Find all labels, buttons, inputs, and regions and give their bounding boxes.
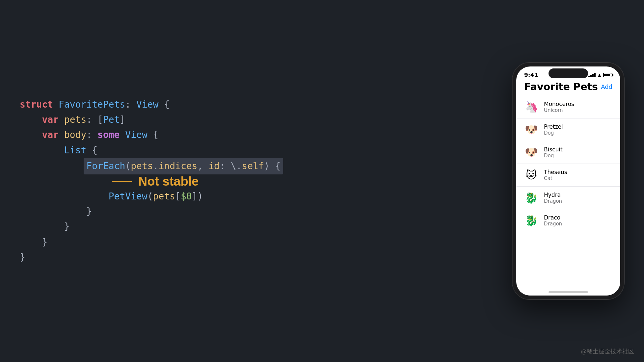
status-time: 9:41 <box>524 72 538 78</box>
pet-type: Dog <box>544 130 563 136</box>
pet-info: Monoceros Unicorn <box>544 101 574 113</box>
list-item[interactable]: 🐉 Draco Dragon <box>516 209 620 232</box>
pet-name: Draco <box>544 214 562 221</box>
pet-info: Hydra Dragon <box>544 192 562 204</box>
list-item[interactable]: 🐉 Hydra Dragon <box>516 187 620 209</box>
phone-notch <box>549 68 588 78</box>
phone-screen: 9:41 ▲ Favorite Pets Add <box>516 66 620 296</box>
pet-type: Unicorn <box>544 107 574 113</box>
pet-name: Theseus <box>544 169 567 175</box>
pet-emoji: 🐶 <box>524 122 539 137</box>
nav-title: Favorite Pets <box>524 81 598 92</box>
pet-emoji: 🦄 <box>524 100 539 114</box>
code-block: struct FavoritePets: View { var pets: [P… <box>20 97 486 174</box>
pet-type: Dragon <box>544 198 562 204</box>
add-button[interactable]: Add <box>601 83 612 90</box>
home-bar <box>549 291 588 293</box>
phone-area: 9:41 ▲ Favorite Pets Add <box>506 0 644 362</box>
not-stable-label: Not stable <box>138 174 199 189</box>
arrow-line <box>112 181 132 182</box>
annotation-row: Not stable <box>20 174 486 189</box>
code-indent <box>20 174 109 189</box>
pet-type: Dog <box>544 153 563 159</box>
pet-name: Pretzel <box>544 123 563 130</box>
pet-name: Monoceros <box>544 101 574 107</box>
pet-list: 🦄 Monoceros Unicorn 🐶 Pretzel Dog 🐶 Bisc… <box>516 96 620 286</box>
pet-emoji: 🐱 <box>524 168 539 182</box>
pet-emoji: 🐉 <box>524 191 539 205</box>
battery-icon <box>603 73 612 77</box>
list-item[interactable]: 🐱 Theseus Cat <box>516 164 620 187</box>
pet-type: Dragon <box>544 221 562 227</box>
pet-info: Pretzel Dog <box>544 123 563 136</box>
list-item[interactable]: 🐶 Biscuit Dog <box>516 141 620 164</box>
pet-name: Biscuit <box>544 146 563 153</box>
status-icons: ▲ <box>588 72 612 78</box>
pet-type: Cat <box>544 175 567 181</box>
home-indicator <box>516 286 620 296</box>
wifi-icon: ▲ <box>598 72 601 78</box>
signal-icon <box>588 73 596 77</box>
watermark: @稀土掘金技术社区 <box>581 348 634 355</box>
list-item[interactable]: 🦄 Monoceros Unicorn <box>516 96 620 118</box>
list-item[interactable]: 🐶 Pretzel Dog <box>516 118 620 141</box>
code-panel: struct FavoritePets: View { var pets: [P… <box>0 0 506 362</box>
pet-name: Hydra <box>544 192 562 198</box>
code-rest: PetView(pets[$0]) } } } } <box>20 189 486 265</box>
pet-emoji: 🐶 <box>524 145 539 160</box>
pet-info: Biscuit Dog <box>544 146 563 159</box>
pet-emoji: 🐉 <box>524 213 539 228</box>
pet-info: Theseus Cat <box>544 169 567 181</box>
nav-bar: Favorite Pets Add <box>516 81 620 96</box>
phone-mockup: 9:41 ▲ Favorite Pets Add <box>512 63 624 299</box>
pet-info: Draco Dragon <box>544 214 562 227</box>
